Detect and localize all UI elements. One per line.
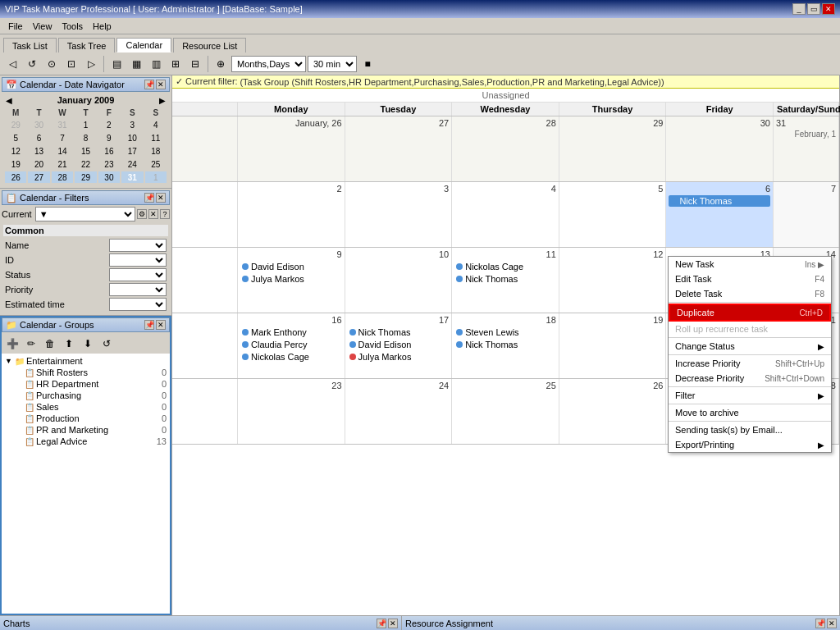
cal-task-mark[interactable]: Mark Enthony — [240, 326, 342, 338]
toolbar-btn-12[interactable]: ■ — [358, 55, 377, 73]
toolbar-btn-1[interactable]: ◁ — [3, 55, 21, 73]
filter-icon-1[interactable]: ⚙ — [137, 209, 147, 219]
cal-day[interactable]: 31 — [52, 119, 73, 130]
cal-task-julya2[interactable]: Julya Markos — [348, 351, 450, 363]
cal-day[interactable]: 3 — [121, 119, 143, 130]
cal-cell-w3-tue[interactable]: 10 — [345, 248, 453, 313]
cal-day[interactable]: 16 — [98, 145, 120, 157]
cal-cell-w2-tue[interactable]: 3 — [345, 182, 453, 247]
toolbar-btn-4[interactable]: ⊡ — [62, 55, 80, 73]
filter-combo-id[interactable] — [109, 253, 167, 267]
cal-day[interactable]: 22 — [75, 158, 96, 170]
menu-help[interactable]: Help — [88, 20, 116, 33]
cal-cell-w5-mon[interactable]: 23 — [238, 379, 345, 444]
cal-day[interactable]: 8 — [75, 132, 96, 144]
tab-task-list[interactable]: Task List — [3, 38, 57, 52]
cal-day[interactable]: 15 — [75, 145, 96, 157]
ctx-new-task[interactable]: New Task Ins ▶ — [669, 257, 831, 272]
cal-day[interactable]: 20 — [28, 158, 49, 170]
groups-up-btn[interactable]: ⬆ — [60, 335, 78, 353]
tree-item-purchasing[interactable]: 📋 Purchasing 0 — [3, 390, 168, 401]
cal-cell-w2-wed[interactable]: 4 — [452, 182, 559, 247]
cal-cell-w4-tue[interactable]: 17 Nick Thomas David Edison Julya Markos — [345, 313, 453, 378]
cal-cell-w1-mon[interactable]: January, 26 — [238, 116, 345, 181]
groups-delete-btn[interactable]: 🗑 — [41, 335, 59, 353]
ctx-increase-priority[interactable]: Increase Priority Shift+Ctrl+Up — [669, 356, 831, 371]
cal-cell-w1-wed[interactable]: 28 — [452, 116, 559, 181]
toolbar-btn-7[interactable]: ▦ — [127, 55, 145, 73]
toolbar-btn-8[interactable]: ▥ — [147, 55, 165, 73]
ctx-move-archive[interactable]: Move to archive — [669, 405, 831, 420]
cal-cell-w2-sat[interactable]: 7 — [774, 182, 839, 247]
toolbar-btn-5[interactable]: ▷ — [82, 55, 100, 73]
cal-cell-w1-tue[interactable]: 27 — [345, 116, 453, 181]
date-nav-close[interactable]: ✕ — [156, 80, 166, 89]
filter-combo-priority[interactable] — [109, 283, 167, 296]
groups-refresh-btn[interactable]: ↺ — [98, 335, 116, 353]
cal-day[interactable]: 9 — [98, 132, 120, 144]
next-month-btn[interactable]: ▶ — [157, 96, 168, 105]
cal-task-nick2[interactable]: Nick Thomas — [454, 273, 556, 285]
toolbar-btn-11[interactable]: ⊕ — [212, 55, 230, 73]
cal-day[interactable]: 30 — [98, 171, 120, 183]
resource-close[interactable]: ✕ — [827, 619, 837, 628]
cal-task-david2[interactable]: David Edison — [348, 339, 450, 350]
filters-pin[interactable]: 📌 — [144, 193, 154, 203]
cal-cell-w2-fri[interactable]: 6 Nick Thomas — [666, 182, 774, 247]
cal-day[interactable]: 18 — [145, 145, 167, 157]
cal-cell-w3-wed[interactable]: 11 Nickolas Cage Nick Thomas — [452, 248, 559, 313]
filter-combo-status[interactable] — [109, 268, 167, 281]
filters-close[interactable]: ✕ — [156, 193, 166, 203]
cal-cell-w5-wed[interactable]: 25 — [452, 379, 559, 444]
tree-expand-entertainment[interactable]: ▼ — [5, 357, 15, 365]
cal-day[interactable]: 14 — [52, 145, 73, 157]
cal-day[interactable]: 17 — [121, 145, 143, 157]
cal-day[interactable]: 1 — [75, 119, 96, 130]
ctx-change-status[interactable]: Change Status ▶ — [669, 339, 831, 354]
cal-cell-w4-thu[interactable]: 19 — [559, 313, 667, 378]
ctx-export[interactable]: Export/Printing ▶ — [669, 437, 831, 452]
charts-pin[interactable]: 📌 — [377, 619, 386, 628]
tab-resource-list[interactable]: Resource List — [173, 38, 246, 52]
cal-task-nickolas2[interactable]: Nickolas Cage — [240, 351, 342, 363]
cal-cell-w3-mon[interactable]: 9 David Edison Julya Markos — [238, 248, 345, 313]
cal-day[interactable]: 1 — [145, 171, 167, 183]
cal-task-nickolas[interactable]: Nickolas Cage — [454, 261, 556, 272]
groups-edit-btn[interactable]: ✏ — [22, 335, 40, 353]
cal-task-david[interactable]: David Edison — [240, 261, 342, 272]
tree-item-legal[interactable]: 📋 Legal Advice 13 — [3, 436, 168, 447]
cal-day[interactable]: 28 — [52, 171, 73, 183]
cal-day-today[interactable]: 31 — [121, 171, 143, 183]
cal-day[interactable]: 29 — [5, 119, 26, 130]
cal-day[interactable]: 27 — [28, 171, 49, 183]
tab-calendar[interactable]: Calendar — [116, 38, 171, 52]
toolbar-btn-2[interactable]: ↺ — [23, 55, 41, 73]
cal-day[interactable]: 30 — [28, 119, 49, 130]
ctx-edit-task[interactable]: Edit Task F4 — [669, 272, 831, 286]
close-btn[interactable]: ✕ — [822, 3, 835, 15]
cal-cell-w5-thu[interactable]: 26 — [559, 379, 667, 444]
filter-icon-2[interactable]: ✕ — [148, 209, 158, 219]
ctx-decrease-priority[interactable]: Decrease Priority Shift+Ctrl+Down — [669, 371, 831, 386]
restore-btn[interactable]: ▭ — [807, 3, 820, 15]
cal-day[interactable]: 4 — [145, 119, 167, 130]
time-select[interactable]: 30 min — [308, 56, 357, 72]
cal-day[interactable]: 7 — [52, 132, 73, 144]
months-days-select[interactable]: Months,Days — [231, 56, 306, 72]
cal-day[interactable]: 21 — [52, 158, 73, 170]
cal-cell-w2-mon[interactable]: 2 — [238, 182, 345, 247]
filter-icon-3[interactable]: ? — [160, 209, 170, 219]
cal-task-nick-thomas[interactable]: Nick Thomas — [669, 195, 770, 207]
menu-file[interactable]: File — [3, 20, 28, 33]
cal-day[interactable]: 19 — [5, 158, 26, 170]
filter-combo-name[interactable] — [109, 239, 167, 252]
ctx-filter[interactable]: Filter ▶ — [669, 388, 831, 403]
cal-task-julya[interactable]: Julya Markos — [240, 273, 342, 285]
groups-add-btn[interactable]: ➕ — [3, 335, 21, 353]
groups-down-btn[interactable]: ⬇ — [79, 335, 97, 353]
cal-day[interactable]: 5 — [5, 132, 26, 144]
cal-cell-w2-thu[interactable]: 5 — [559, 182, 667, 247]
cal-task-nick3[interactable]: Nick Thomas — [348, 326, 450, 338]
cal-day[interactable]: 6 — [28, 132, 49, 144]
prev-month-btn[interactable]: ◀ — [3, 96, 15, 105]
